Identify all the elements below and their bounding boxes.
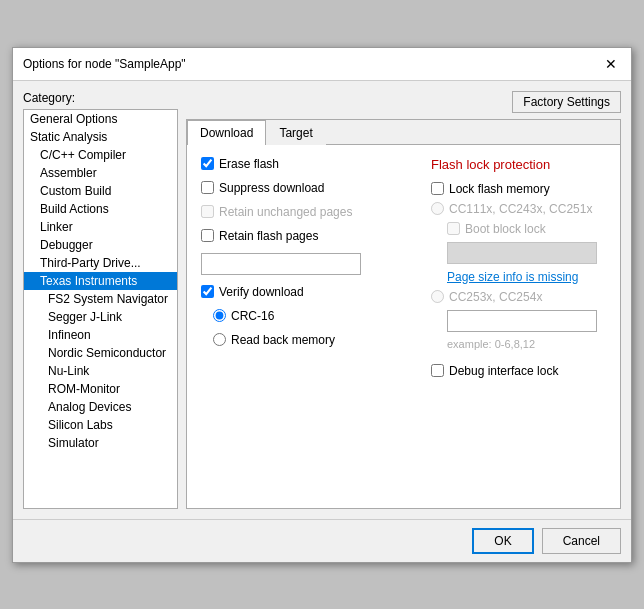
dialog-body: Category: General Options Static Analysi… bbox=[13, 81, 631, 519]
cc111x-label: CC111x, CC243x, CC251x bbox=[449, 202, 592, 216]
left-column: Erase flash Suppress download Retain unc… bbox=[201, 157, 411, 496]
factory-settings-button[interactable]: Factory Settings bbox=[512, 91, 621, 113]
read-back-row: Read back memory bbox=[201, 333, 411, 347]
tab-download[interactable]: Download bbox=[187, 120, 266, 145]
lock-flash-row: Lock flash memory bbox=[431, 182, 606, 196]
content-box: Download Target Erase flash bbox=[186, 119, 621, 509]
category-panel: Category: General Options Static Analysi… bbox=[23, 91, 178, 509]
category-item-nordic[interactable]: Nordic Semiconductor bbox=[24, 344, 177, 362]
category-item-assembler[interactable]: Assembler bbox=[24, 164, 177, 182]
tabs: Download Target bbox=[187, 120, 620, 145]
dialog: Options for node "SampleApp" ✕ Category:… bbox=[12, 47, 632, 563]
cc111x-radio bbox=[431, 202, 444, 215]
main-panel: Factory Settings Download Target Er bbox=[186, 91, 621, 509]
lock-flash-checkbox[interactable] bbox=[431, 182, 444, 195]
suppress-download-label[interactable]: Suppress download bbox=[219, 181, 324, 195]
boot-block-checkbox bbox=[447, 222, 460, 235]
retain-flash-checkbox[interactable] bbox=[201, 229, 214, 242]
category-list: General Options Static Analysis C/C++ Co… bbox=[23, 109, 178, 509]
tab-content: Erase flash Suppress download Retain unc… bbox=[187, 145, 620, 508]
category-item-debugger[interactable]: Debugger bbox=[24, 236, 177, 254]
retain-unchanged-row: Retain unchanged pages bbox=[201, 205, 411, 219]
category-item-silicon-labs[interactable]: Silicon Labs bbox=[24, 416, 177, 434]
retain-flash-row: Retain flash pages bbox=[201, 229, 411, 243]
category-label: Category: bbox=[23, 91, 178, 105]
tab-target[interactable]: Target bbox=[266, 120, 325, 145]
cc253x-input[interactable] bbox=[447, 310, 597, 332]
crc16-radio[interactable] bbox=[213, 309, 226, 322]
verify-download-label[interactable]: Verify download bbox=[219, 285, 304, 299]
category-item-fs2[interactable]: FS2 System Navigator bbox=[24, 290, 177, 308]
crc16-label[interactable]: CRC-16 bbox=[231, 309, 274, 323]
read-back-radio[interactable] bbox=[213, 333, 226, 346]
page-size-info: Page size info is missing bbox=[431, 270, 606, 284]
category-item-cpp-compiler[interactable]: C/C++ Compiler bbox=[24, 146, 177, 164]
lock-section: Flash lock protection Lock flash memory … bbox=[431, 157, 606, 378]
read-back-label[interactable]: Read back memory bbox=[231, 333, 335, 347]
retain-unchanged-label: Retain unchanged pages bbox=[219, 205, 352, 219]
factory-settings-row: Factory Settings bbox=[186, 91, 621, 113]
debug-interface-label[interactable]: Debug interface lock bbox=[449, 364, 558, 378]
dialog-title: Options for node "SampleApp" bbox=[23, 57, 186, 71]
dialog-footer: OK Cancel bbox=[13, 519, 631, 562]
cancel-button[interactable]: Cancel bbox=[542, 528, 621, 554]
right-column: Flash lock protection Lock flash memory … bbox=[431, 157, 606, 496]
boot-block-label: Boot block lock bbox=[465, 222, 546, 236]
cc111x-row: CC111x, CC243x, CC251x bbox=[431, 202, 606, 216]
category-item-analog[interactable]: Analog Devices bbox=[24, 398, 177, 416]
ok-button[interactable]: OK bbox=[472, 528, 533, 554]
title-bar: Options for node "SampleApp" ✕ bbox=[13, 48, 631, 81]
category-item-rom-monitor[interactable]: ROM-Monitor bbox=[24, 380, 177, 398]
category-item-static-analysis[interactable]: Static Analysis bbox=[24, 128, 177, 146]
verify-download-row: Verify download bbox=[201, 285, 411, 299]
debug-interface-row: Debug interface lock bbox=[431, 364, 606, 378]
retain-unchanged-checkbox bbox=[201, 205, 214, 218]
lock-flash-label[interactable]: Lock flash memory bbox=[449, 182, 550, 196]
boot-block-row: Boot block lock bbox=[431, 222, 606, 236]
cc253x-row: CC253x, CC254x bbox=[431, 290, 606, 304]
category-item-nulink[interactable]: Nu-Link bbox=[24, 362, 177, 380]
boot-block-dropdown bbox=[447, 242, 597, 264]
boot-block-dropdown-container bbox=[431, 242, 606, 264]
erase-flash-checkbox[interactable] bbox=[201, 157, 214, 170]
category-item-linker[interactable]: Linker bbox=[24, 218, 177, 236]
suppress-download-row: Suppress download bbox=[201, 181, 411, 195]
crc16-row: CRC-16 bbox=[201, 309, 411, 323]
suppress-download-checkbox[interactable] bbox=[201, 181, 214, 194]
category-item-segger[interactable]: Segger J-Link bbox=[24, 308, 177, 326]
erase-flash-label[interactable]: Erase flash bbox=[219, 157, 279, 171]
category-item-general-options[interactable]: General Options bbox=[24, 110, 177, 128]
category-item-simulator[interactable]: Simulator bbox=[24, 434, 177, 452]
retain-flash-label[interactable]: Retain flash pages bbox=[219, 229, 318, 243]
category-item-third-party[interactable]: Third-Party Drive... bbox=[24, 254, 177, 272]
flash-lock-title: Flash lock protection bbox=[431, 157, 606, 172]
category-item-build-actions[interactable]: Build Actions bbox=[24, 200, 177, 218]
cc253x-label: CC253x, CC254x bbox=[449, 290, 542, 304]
close-button[interactable]: ✕ bbox=[601, 56, 621, 72]
debug-interface-checkbox[interactable] bbox=[431, 364, 444, 377]
cc253x-radio bbox=[431, 290, 444, 303]
category-item-texas-instruments[interactable]: Texas Instruments bbox=[24, 272, 177, 290]
category-item-custom-build[interactable]: Custom Build bbox=[24, 182, 177, 200]
erase-flash-row: Erase flash bbox=[201, 157, 411, 171]
verify-download-checkbox[interactable] bbox=[201, 285, 214, 298]
example-text: example: 0-6,8,12 bbox=[447, 338, 606, 350]
retain-flash-input[interactable] bbox=[201, 253, 361, 275]
category-item-infineon[interactable]: Infineon bbox=[24, 326, 177, 344]
